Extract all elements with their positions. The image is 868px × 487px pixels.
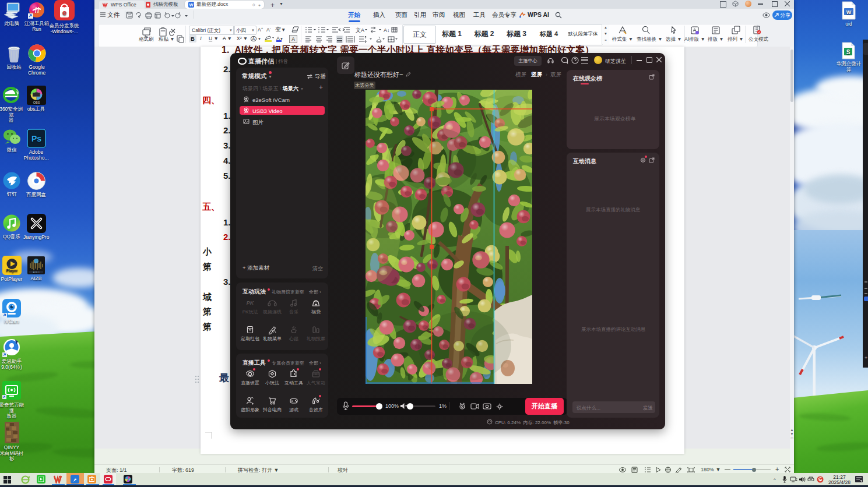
svg-text:文A: 文A — [356, 27, 364, 33]
svg-text:PK: PK — [247, 300, 255, 306]
svg-text:Ps: Ps — [31, 134, 41, 143]
svg-text:AIZB 3: AIZB 3 — [33, 271, 40, 274]
svg-text:OBS: OBS — [33, 101, 40, 104]
svg-text:e: e — [62, 8, 66, 17]
svg-text:A↓: A↓ — [384, 27, 390, 33]
svg-text:W: W — [189, 2, 194, 8]
svg-text:W: W — [846, 9, 852, 15]
svg-text:Player: Player — [6, 269, 17, 273]
svg-text:S: S — [846, 49, 851, 55]
